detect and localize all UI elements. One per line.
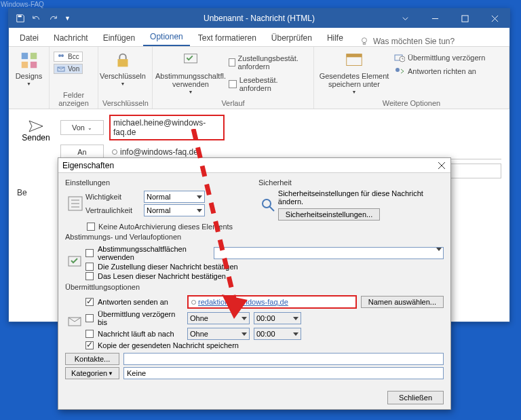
delay-date-select[interactable]: Ohne — [187, 312, 250, 324]
direct-replies-label: Antworten richten an — [408, 67, 476, 75]
bcc-label: Bcc — [68, 53, 79, 60]
svg-rect-3 — [21, 53, 27, 59]
tab-nachricht[interactable]: Nachricht — [47, 30, 95, 46]
ribbon-collapse-button[interactable] — [390, 9, 420, 28]
tell-me-box[interactable]: Was möchten Sie tun? — [360, 37, 455, 46]
svg-rect-4 — [30, 53, 36, 59]
designs-label: Designs — [16, 72, 43, 80]
expires-time-select[interactable]: 00:00 — [254, 328, 301, 340]
tell-me-label: Was möchten Sie tun? — [373, 37, 455, 46]
encrypt-button[interactable]: Verschlüsseln▼ — [102, 49, 143, 86]
reply-to-input[interactable]: redaktion@windows-faq.de — [187, 295, 357, 309]
von-button[interactable]: Von — [54, 64, 83, 74]
reply-to-label: Antworten senden an — [98, 298, 183, 306]
svg-rect-10 — [118, 59, 128, 66]
importance-select[interactable]: Normal — [144, 191, 205, 203]
tab-datei[interactable]: Datei — [13, 30, 45, 46]
expires-time-value: 00:00 — [256, 330, 275, 338]
contacts-button[interactable]: Kontakte... — [65, 353, 119, 365]
svg-rect-1 — [461, 15, 467, 21]
delivery-receipt-label: Zustellungsbestät. anfordern — [238, 54, 309, 71]
expires-check[interactable] — [85, 330, 94, 338]
reply-to-value: redaktion@windows-faq.de — [198, 298, 288, 306]
properties-close-button[interactable] — [437, 161, 446, 170]
maximize-button[interactable] — [450, 9, 480, 28]
categories-button[interactable]: Kategorien▼ — [65, 367, 119, 379]
delivery-icon — [65, 294, 85, 351]
security-text: Sicherheitseinstellungen für diese Nachr… — [278, 189, 444, 206]
properties-dialog: Eigenschaften Einstellungen WichtigkeitN… — [58, 157, 451, 410]
confirm-delivery-check[interactable] — [85, 263, 94, 271]
save-sent-label: Gesendetes Element speichern unter — [318, 72, 390, 88]
send-button[interactable]: Senden — [17, 115, 55, 183]
confirm-delivery-label: Die Zustellung dieser Nachricht bestätig… — [98, 263, 238, 271]
save-copy-check[interactable] — [85, 341, 94, 349]
delivery-receipt-check[interactable]: Zustellungsbestät. anfordern — [229, 54, 309, 71]
voting-options-input[interactable] — [214, 247, 444, 259]
tab-optionen[interactable]: Optionen — [143, 28, 190, 46]
group-verschluesseln-caption: Verschlüsseln — [102, 98, 148, 107]
undo-icon[interactable] — [32, 14, 41, 23]
svg-point-2 — [362, 38, 366, 43]
security-settings-button[interactable]: Sicherheitseinstellungen... — [278, 208, 380, 221]
direct-replies-button[interactable]: Antworten richten an — [394, 66, 485, 76]
delay-delivery-button[interactable]: Übermittlung verzögern — [394, 53, 485, 62]
bcc-button[interactable]: Bcc — [54, 52, 83, 62]
watermark-text: Windows-FAQ — [1, 1, 44, 8]
categories-input[interactable]: Keine — [123, 367, 444, 379]
save-copy-label: Kopie der gesendeten Nachricht speichern — [98, 341, 239, 349]
delay-time-select[interactable]: 00:00 — [254, 312, 301, 324]
reply-to-check[interactable] — [85, 298, 94, 306]
svg-point-16 — [395, 68, 400, 72]
title-bar: ▼ Unbenannt - Nachricht (HTML) — [9, 9, 509, 28]
sensitivity-select[interactable]: Normal — [144, 204, 205, 216]
delay-date-value: Ohne — [190, 314, 208, 322]
sensitivity-label: Vertraulichkeit — [85, 206, 140, 214]
svg-rect-13 — [347, 54, 362, 58]
expires-date-select[interactable]: Ohne — [187, 328, 250, 340]
delay-delivery-label: Übermittlung verzögern bis — [98, 310, 183, 326]
group-verlauf: Abstimmungsschaltfl. verwenden▼ Zustellu… — [153, 47, 314, 109]
read-receipt-check[interactable]: Lesebestät. anfordern — [229, 76, 309, 92]
svg-line-24 — [269, 206, 274, 211]
confirm-read-check[interactable] — [85, 272, 94, 280]
close-dialog-button[interactable]: Schließen — [387, 391, 444, 404]
designs-button[interactable]: Designs ▼ — [13, 49, 45, 86]
importance-label: Wichtigkeit — [85, 193, 140, 201]
select-names-button[interactable]: Namen auswählen... — [361, 296, 444, 308]
section-abstimmung: Abstimmungs- und Verlaufoptionen — [65, 233, 444, 241]
tracking-icon — [65, 244, 85, 282]
svg-point-7 — [58, 54, 61, 57]
settings-icon — [65, 189, 85, 218]
save-icon[interactable] — [16, 14, 25, 23]
section-sicherheit: Sicherheit — [258, 178, 444, 187]
no-autoarchive-check[interactable] — [87, 223, 95, 231]
use-voting-label: Abstimmungsschaltflächen verwenden — [98, 245, 210, 261]
minimize-button[interactable] — [420, 9, 450, 28]
contacts-input[interactable] — [123, 353, 444, 365]
svg-rect-5 — [21, 62, 27, 68]
tab-hilfe[interactable]: Hilfe — [320, 30, 350, 46]
group-weitere: Gesendetes Element speichern unter▼ Über… — [314, 47, 509, 109]
tab-ueberpruefen[interactable]: Überprüfen — [265, 30, 319, 46]
voting-button[interactable]: Abstimmungsschaltfl. verwenden▼ — [157, 49, 225, 94]
group-verschluesseln: Verschlüsseln▼ Verschlüsseln — [98, 47, 153, 109]
send-label: Senden — [22, 133, 50, 142]
svg-rect-6 — [30, 62, 36, 68]
close-button[interactable] — [480, 9, 509, 28]
tab-text-formatieren[interactable]: Text formatieren — [191, 30, 263, 46]
confirm-read-label: Das Lesen dieser Nachricht bestätigen — [98, 272, 226, 280]
von-label: Von — [68, 65, 79, 73]
use-voting-buttons-check[interactable] — [85, 249, 94, 257]
redo-icon[interactable] — [48, 14, 58, 23]
save-sent-button[interactable]: Gesendetes Element speichern unter▼ — [318, 49, 390, 94]
from-field-button[interactable]: Von⌄ — [60, 120, 104, 135]
group-verlauf-caption: Verlauf — [157, 98, 309, 107]
security-icon — [258, 189, 278, 221]
group-designs: Designs ▼ — [9, 47, 50, 109]
no-autoarchive-label: Keine AutoArchivierung dieses Elements — [98, 223, 233, 231]
from-value[interactable]: michael.heine@windows-faq.de — [109, 115, 225, 140]
from-btn-label: Von — [72, 123, 85, 132]
delay-delivery-check[interactable] — [85, 314, 94, 322]
tab-einfuegen[interactable]: Einfügen — [96, 30, 142, 46]
